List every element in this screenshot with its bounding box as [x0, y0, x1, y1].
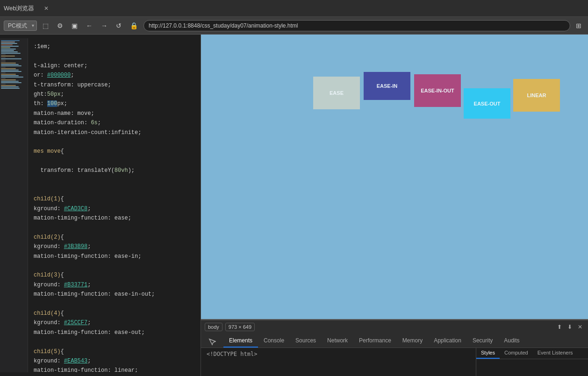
- code-line: mation-timing-function: ease-in-out;: [34, 290, 195, 299]
- code-line: [34, 175, 195, 184]
- code-line: child(4){: [34, 309, 195, 318]
- tab-network[interactable]: Network: [322, 334, 353, 348]
- tab-event-listeners[interactable]: Event Listeners: [533, 348, 578, 359]
- back-button[interactable]: ←: [83, 20, 95, 31]
- code-line: [34, 137, 195, 147]
- expand-icon[interactable]: ⬆: [555, 323, 564, 331]
- code-line: ght:50px;: [34, 90, 195, 99]
- code-line: kground: #B33771;: [34, 280, 195, 290]
- devtools-bottom-bar: body 973 × 649 ⬆ ⬇ ✕: [201, 320, 588, 333]
- browser-toolbar: PC模式 ⬚ ⚙ ▣ ← → ↺ 🔒 ⊞: [0, 17, 588, 35]
- code-line: t-align: center;: [34, 61, 195, 71]
- browser-preview: EASE EASE-IN EASE-IN-OUT EASE-OUT LINEAR…: [201, 35, 588, 376]
- code-line: kground: #CAD3C8;: [34, 204, 195, 213]
- code-line: mation-duration: 6s;: [34, 118, 195, 128]
- code-line: kground: #EAB543;: [34, 356, 195, 366]
- tab-elements[interactable]: Elements: [223, 334, 258, 348]
- tab-audits[interactable]: Audits: [498, 334, 525, 348]
- ease-in-out-box: EASE-IN-OUT: [414, 74, 461, 107]
- viewport-dimensions: 973 × 649: [225, 323, 255, 331]
- settings-button[interactable]: ⚙: [54, 20, 66, 31]
- code-line: kground: #25CCF7;: [34, 318, 195, 327]
- ease-out-box: EASE-OUT: [464, 88, 510, 119]
- code-panel: :1em; t-align: center; or: #000000; t-tr…: [0, 35, 201, 376]
- lock-button[interactable]: 🔒: [127, 20, 141, 31]
- device-select-input[interactable]: PC模式: [4, 21, 37, 31]
- code-line: child(1){: [34, 194, 195, 204]
- bottom-bar-icons: ⬆ ⬇ ✕: [555, 323, 584, 331]
- code-line: mes move{: [34, 147, 195, 156]
- tab-security[interactable]: Security: [467, 334, 498, 348]
- styles-sub-tabs: Styles Computed Event Listeners: [476, 348, 588, 359]
- screenshot-button[interactable]: ⬚: [40, 20, 51, 31]
- code-line: child(3){: [34, 270, 195, 280]
- html-doctype: <!DOCTYPE html>: [207, 351, 257, 357]
- devtools-tabs: Elements Console Sources Network Perform…: [201, 333, 588, 348]
- code-line: mation-timing-function: ease-out;: [34, 328, 195, 337]
- code-line: mation-timing-function: ease;: [34, 213, 195, 223]
- code-line: :1em;: [34, 42, 195, 51]
- grid-view-button[interactable]: ⊞: [573, 20, 584, 31]
- html-panel: <!DOCTYPE html>: [201, 348, 476, 376]
- linear-box: LINEAR: [513, 79, 560, 112]
- code-line: th: 100px;: [34, 99, 195, 108]
- tab-memory[interactable]: Memory: [397, 334, 428, 348]
- tab-sources[interactable]: Sources: [290, 334, 322, 348]
- device-mode-selector[interactable]: PC模式: [4, 21, 37, 31]
- code-line: or: #000000;: [34, 71, 195, 80]
- code-line: child(2){: [34, 233, 195, 242]
- devtools-panel: body 973 × 649 ⬆ ⬇ ✕ Elements Console So…: [201, 319, 588, 376]
- code-line: [34, 261, 195, 270]
- refresh-button[interactable]: ↺: [113, 20, 124, 31]
- url-bar[interactable]: [143, 20, 570, 31]
- browser-title: Web浏览器: [4, 4, 35, 13]
- collapse-icon[interactable]: ⬇: [566, 323, 574, 331]
- browser-titlebar: Web浏览器 ✕: [0, 0, 588, 17]
- device-toolbar-button[interactable]: ▣: [69, 20, 80, 31]
- code-line: kground: #3B3B98;: [34, 242, 195, 251]
- forward-button[interactable]: →: [98, 20, 110, 31]
- code-line: [34, 156, 195, 166]
- code-line: mation-timing-function: linear;: [34, 366, 195, 372]
- ease-in-box: EASE-IN: [364, 72, 410, 100]
- code-line: [34, 337, 195, 347]
- code-line: mation-timing-function: ease-in;: [34, 252, 195, 261]
- preview-viewport: EASE EASE-IN EASE-IN-OUT EASE-OUT LINEAR: [201, 35, 588, 319]
- tab-application[interactable]: Application: [428, 334, 467, 348]
- code-line: [34, 51, 195, 61]
- code-editor: :1em; t-align: center; or: #000000; t-tr…: [28, 38, 201, 372]
- body-tag-badge: body: [205, 323, 222, 331]
- inspect-element-button[interactable]: [205, 336, 220, 348]
- code-line: t-transform: uppercase;: [34, 80, 195, 90]
- code-line: transform: translateY(80vh);: [34, 166, 195, 175]
- code-line: [34, 185, 195, 194]
- code-line: mation-iteration-count:infinite;: [34, 128, 195, 137]
- close-devtools-icon[interactable]: ✕: [576, 323, 584, 331]
- tab-close-button[interactable]: ✕: [44, 5, 49, 12]
- code-line: [34, 223, 195, 232]
- code-minimap: [0, 38, 28, 372]
- tab-console[interactable]: Console: [258, 334, 290, 348]
- tab-styles[interactable]: Styles: [476, 348, 500, 359]
- code-line: child(5){: [34, 347, 195, 356]
- ease-box: EASE: [313, 77, 360, 109]
- styles-panel: Styles Computed Event Listeners: [476, 348, 588, 376]
- main-area: :1em; t-align: center; or: #000000; t-tr…: [0, 35, 588, 376]
- tab-performance[interactable]: Performance: [353, 334, 397, 348]
- code-line: mation-name: move;: [34, 109, 195, 118]
- code-line: [34, 299, 195, 309]
- devtools-content: <!DOCTYPE html> Styles Computed Event Li…: [201, 348, 588, 376]
- tab-computed[interactable]: Computed: [500, 348, 533, 359]
